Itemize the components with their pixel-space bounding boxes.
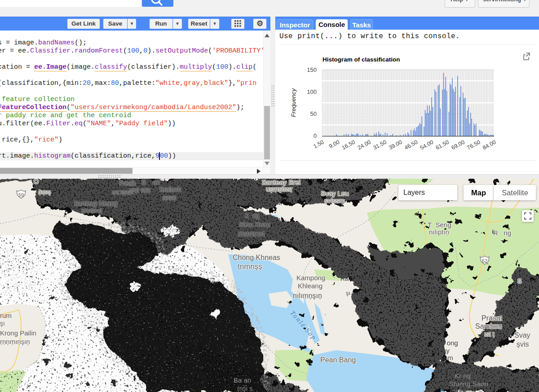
svg-text:76.50: 76.50 xyxy=(466,139,481,151)
svg-text:9.00: 9.00 xyxy=(328,139,340,150)
svg-text:16.50: 16.50 xyxy=(341,139,356,151)
svg-text:0: 0 xyxy=(314,132,317,139)
svg-text:46.50: 46.50 xyxy=(403,139,419,151)
svg-text:150: 150 xyxy=(307,66,317,73)
svg-text:54.00: 54.00 xyxy=(419,139,434,151)
svg-text:100: 100 xyxy=(307,88,317,95)
svg-text:24.00: 24.00 xyxy=(357,139,372,151)
svg-text:69.00: 69.00 xyxy=(451,139,466,151)
svg-text:61.50: 61.50 xyxy=(435,139,450,151)
svg-text:50: 50 xyxy=(310,110,317,117)
svg-text:59: 59 xyxy=(18,192,24,198)
svg-text:39.00: 39.00 xyxy=(388,139,403,151)
svg-text:84.00: 84.00 xyxy=(482,139,497,151)
svg-text:62: 62 xyxy=(482,258,487,264)
svg-text:Frequency: Frequency xyxy=(290,88,297,117)
svg-text:31.50: 31.50 xyxy=(372,139,388,151)
svg-text:1.50: 1.50 xyxy=(312,139,325,150)
